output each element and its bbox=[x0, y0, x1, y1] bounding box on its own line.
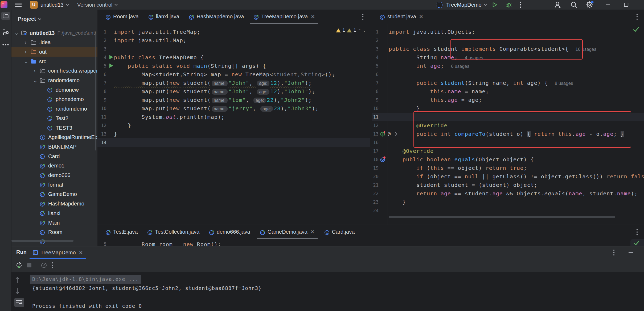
run-icon[interactable] bbox=[108, 54, 114, 60]
console-kebab-icon[interactable] bbox=[52, 262, 53, 269]
tree-item-.idea[interactable]: ›.idea bbox=[11, 38, 97, 47]
tree-item-Test2[interactable]: CTest2 bbox=[11, 114, 97, 123]
tab-lianxi.java[interactable]: Clianxi.java bbox=[143, 10, 184, 24]
run-button[interactable] bbox=[491, 0, 498, 10]
project-horizontal-scrollbar[interactable] bbox=[11, 240, 73, 242]
close-icon[interactable]: ✕ bbox=[79, 250, 83, 256]
tree-item-demo666[interactable]: Cdemo666 bbox=[11, 171, 97, 180]
tab-demo666.java[interactable]: Cdemo666.java bbox=[204, 225, 255, 239]
tree-item-Room[interactable]: CRoom bbox=[11, 228, 97, 237]
project-badge[interactable]: U bbox=[30, 0, 38, 10]
usages-inlay-hint[interactable]: 8 usages bbox=[555, 81, 573, 86]
next-problem-icon[interactable]: ⌃ bbox=[363, 28, 366, 32]
stop-icon[interactable] bbox=[27, 263, 32, 268]
project-panel-header[interactable]: Project bbox=[18, 16, 41, 22]
settings-gear-icon[interactable] bbox=[586, 0, 594, 10]
close-icon[interactable]: ✕ bbox=[311, 14, 315, 20]
console-output[interactable]: D:\Java\jdk-1.8\bin\java.exe ...{student… bbox=[11, 272, 644, 311]
tree-item-demo1[interactable]: Cdemo1 bbox=[11, 161, 97, 171]
chevron-expanded-icon[interactable]: ⌄ bbox=[33, 77, 36, 84]
chevron-expanded-icon[interactable]: ⌄ bbox=[14, 30, 18, 36]
tab-TestCollection.java[interactable]: CTestCollection.java bbox=[142, 225, 204, 239]
editor-horizontal-scrollbar[interactable] bbox=[389, 216, 615, 218]
impl-icon[interactable]: I bbox=[380, 131, 386, 137]
tree-item-untitled13[interactable]: ⌄untitled13F:\java_code\unti bbox=[11, 28, 97, 38]
no-problems-check-icon[interactable] bbox=[633, 240, 640, 246]
code-line-18: 18 public boolean equals(Object object) … bbox=[372, 155, 644, 164]
tree-item-AgelllegalRuntimeExce[interactable]: AgelllegalRuntimeExce bbox=[11, 133, 97, 142]
rerun-icon[interactable] bbox=[16, 262, 23, 269]
play-icon bbox=[491, 2, 498, 8]
coverage-icon[interactable] bbox=[40, 262, 47, 269]
code-with-me-icon[interactable] bbox=[554, 0, 562, 10]
tree-item-randomdemo[interactable]: ⌄randomdemo bbox=[11, 76, 97, 85]
debug-button[interactable] bbox=[505, 0, 512, 10]
tree-item-src[interactable]: ⌄src bbox=[11, 57, 97, 66]
run-icon[interactable] bbox=[108, 63, 114, 69]
window-minimize-button[interactable] bbox=[605, 0, 611, 10]
tab-options-kebab-icon[interactable] bbox=[634, 13, 640, 20]
tree-item-randomdemo[interactable]: Crandomdemo bbox=[11, 104, 97, 114]
editor-group-bottom[interactable]: CTestE.javaCTestCollection.javaCdemo666.… bbox=[97, 225, 644, 246]
more-actions-kebab-icon[interactable] bbox=[520, 0, 521, 10]
tab-options-kebab-icon[interactable] bbox=[360, 13, 366, 20]
close-icon[interactable]: ✕ bbox=[419, 14, 423, 20]
search-everywhere-icon[interactable] bbox=[570, 0, 578, 10]
prev-problem-icon[interactable]: ⌃ bbox=[358, 28, 361, 32]
tree-item-demonew[interactable]: Cdemonew bbox=[11, 85, 97, 95]
tree-item-Main[interactable]: CMain bbox=[11, 218, 97, 228]
no-problems-check-icon[interactable] bbox=[633, 27, 639, 32]
tree-item-out[interactable]: ›out bbox=[11, 47, 97, 57]
structure-tool-window-button[interactable] bbox=[1, 28, 10, 37]
tab-TestE.java[interactable]: CTestE.java bbox=[101, 225, 142, 239]
tree-item-Card[interactable]: CCard bbox=[11, 152, 97, 161]
tree-item-phonedemo[interactable]: Cphonedemo bbox=[11, 95, 97, 104]
tree-item-HashMapdemo[interactable]: CHashMapdemo bbox=[11, 199, 97, 209]
tab-Card.java[interactable]: CCard.java bbox=[319, 225, 360, 239]
vcs-widget[interactable]: Version control bbox=[77, 0, 118, 10]
line-number: 2 bbox=[97, 36, 106, 45]
chevron-collapsed-icon[interactable]: › bbox=[33, 68, 36, 74]
editor-group-right[interactable]: Cstudent.java✕ 1import java.util.Objects… bbox=[372, 10, 644, 225]
project-switcher[interactable]: untitled13 bbox=[40, 0, 69, 10]
run-configuration-selector[interactable]: TreeMapDemo bbox=[446, 0, 487, 10]
code-editor-treemapdemo[interactable]: 1import java.util.TreeMap;2import java.u… bbox=[97, 24, 370, 225]
main-menu-icon[interactable] bbox=[15, 0, 22, 10]
scroll-down-icon[interactable] bbox=[15, 288, 20, 295]
project-vertical-scrollbar[interactable] bbox=[95, 33, 96, 150]
tab-TreeMapDemo.java[interactable]: CTreeMapDemo.java✕ bbox=[249, 10, 320, 24]
tree-item-lianxi[interactable]: Clianxi bbox=[11, 208, 97, 218]
tree-item-GameDemo[interactable]: CGameDemo bbox=[11, 190, 97, 199]
tab-student.java[interactable]: Cstudent.java✕ bbox=[375, 10, 428, 24]
tree-item-TEST3[interactable]: CTEST3 bbox=[11, 123, 97, 133]
override-icon[interactable] bbox=[380, 156, 386, 162]
code-editor-gamedemo[interactable]: 5 Room room = new Room(); bbox=[97, 239, 644, 246]
inspections-widget[interactable]: 1 1 ⌃ ⌃ bbox=[336, 28, 366, 33]
close-icon[interactable]: ✕ bbox=[310, 229, 315, 235]
editor-group-left[interactable]: CRoom.javaClianxi.javaCHashMapdemo.javaC… bbox=[97, 10, 370, 225]
chevron-collapsed-icon[interactable]: › bbox=[24, 48, 27, 55]
tree-item-com.hesedu.wrapper[interactable]: ›com.hesedu.wrapper bbox=[11, 66, 97, 76]
run-options-kebab-icon[interactable] bbox=[613, 249, 615, 256]
run-tab-label: TreeMapDemo bbox=[40, 250, 76, 256]
tab-GameDemo.java[interactable]: CGameDemo.java✕ bbox=[255, 225, 319, 239]
tab-options-kebab-icon[interactable] bbox=[634, 229, 640, 236]
hide-tool-window-icon[interactable] bbox=[628, 252, 634, 253]
tree-item-BIANLIMAP[interactable]: CBIANLIMAP bbox=[11, 142, 97, 152]
chevron-down-icon bbox=[484, 4, 487, 6]
more-tool-windows-icon[interactable] bbox=[1, 40, 10, 49]
line-number: 2 bbox=[372, 36, 379, 45]
usages-inlay-hint[interactable]: 6 usages bbox=[451, 64, 469, 69]
tab-Room.java[interactable]: CRoom.java bbox=[101, 10, 143, 24]
class-run-icon: C bbox=[47, 96, 53, 102]
chevron-expanded-icon[interactable]: ⌄ bbox=[24, 58, 27, 65]
scroll-up-icon[interactable] bbox=[15, 276, 20, 283]
run-tab-treemapdemo[interactable]: TreeMapDemo ✕ bbox=[28, 246, 87, 259]
project-tool-window-button[interactable] bbox=[1, 12, 10, 20]
window-maximize-button[interactable] bbox=[624, 0, 629, 10]
tree-item-label: Test2 bbox=[56, 115, 68, 121]
tree-item-format[interactable]: Cformat bbox=[11, 180, 97, 190]
tab-HashMapdemo.java[interactable]: CHashMapdemo.java bbox=[184, 10, 249, 24]
chevron-collapsed-icon[interactable]: › bbox=[24, 39, 27, 46]
run-widget-icon[interactable] bbox=[437, 0, 442, 10]
